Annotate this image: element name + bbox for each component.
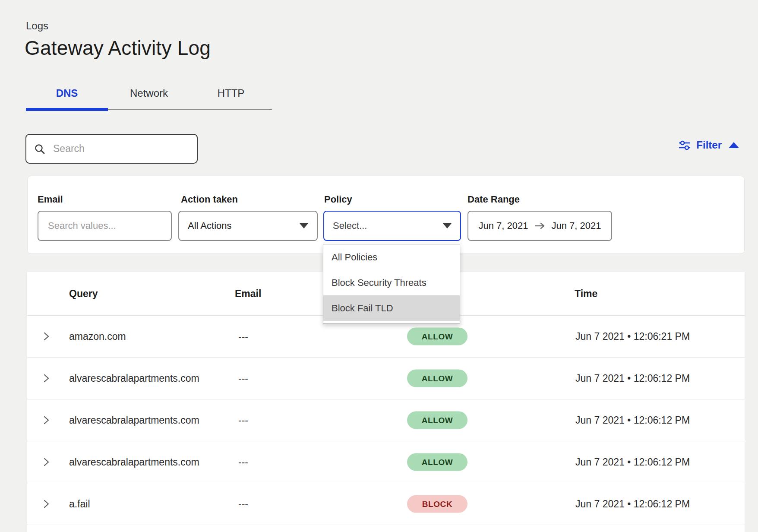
email-cell: --- — [238, 316, 248, 357]
chevron-down-icon — [300, 223, 308, 228]
table-row[interactable]: alvarescabralapartments.com --- ALLOW Ju… — [27, 441, 745, 483]
query-cell: alvarescabralapartments.com — [69, 441, 199, 483]
daterange-start: Jun 7, 2021 — [479, 220, 528, 231]
row-expand-chevron-icon[interactable] — [41, 332, 51, 341]
action-badge: ALLOW — [407, 370, 467, 387]
row-expand-chevron-icon[interactable] — [41, 457, 51, 467]
action-badge: ALLOW — [407, 328, 467, 345]
action-badge: ALLOW — [407, 412, 467, 429]
time-cell: Jun 7 2021 • 12:06:12 PM — [575, 358, 690, 399]
action-badge: ALLOW — [407, 453, 467, 471]
chevron-down-icon — [443, 223, 452, 228]
daterange-filter-box[interactable]: Jun 7, 2021 Jun 7, 2021 — [467, 211, 612, 241]
action-badge: BLOCK — [407, 495, 467, 513]
search-icon — [34, 143, 45, 155]
policy-dropdown-menu: All Policies Block Security Threats Bloc… — [323, 244, 460, 324]
time-cell: Jun 7 2021 • 12:06:12 PM — [575, 441, 690, 483]
column-header-time: Time — [575, 272, 597, 315]
time-cell: Jun 7 2021 • 12:06:21 PM — [575, 316, 690, 357]
query-cell: alvarescabralapartments.com — [69, 399, 199, 441]
arrow-right-icon — [534, 222, 546, 230]
filter-toggle[interactable]: Filter — [678, 139, 739, 151]
policy-filter-value: Select... — [333, 220, 367, 231]
filter-toggle-label: Filter — [696, 139, 722, 151]
filter-panel: Email Action taken All Actions Policy Se… — [27, 176, 745, 254]
row-expand-chevron-icon[interactable] — [41, 374, 51, 383]
column-header-email: Email — [235, 272, 261, 315]
row-expand-chevron-icon[interactable] — [41, 499, 51, 509]
sliders-icon — [678, 139, 691, 151]
page-title: Gateway Activity Log — [25, 36, 211, 60]
table-row[interactable]: a.fail --- BLOCK Jun 7 2021 • 12:06:12 P… — [27, 483, 745, 525]
table-row[interactable]: alvarescabralapartments.com --- ALLOW Ju… — [27, 358, 745, 399]
time-cell: Jun 7 2021 • 12:06:12 PM — [575, 483, 690, 525]
email-cell: --- — [238, 441, 248, 483]
policy-filter-select[interactable]: Select... — [323, 211, 461, 241]
query-cell: amazon.com — [69, 316, 126, 357]
collapse-triangle-icon — [729, 142, 739, 148]
query-cell: alvarescabralapartments.com — [69, 358, 199, 399]
search-input[interactable] — [52, 142, 189, 155]
column-header-query: Query — [69, 272, 98, 315]
log-type-tabs: DNS Network HTTP — [26, 81, 272, 110]
row-expand-chevron-icon[interactable] — [41, 415, 51, 425]
policy-filter-label: Policy — [324, 194, 352, 205]
policy-option-block-security-threats[interactable]: Block Security Threats — [323, 270, 460, 295]
email-cell: --- — [238, 483, 248, 525]
query-cell: a.fail — [69, 483, 90, 525]
policy-option-all-policies[interactable]: All Policies — [323, 244, 460, 270]
search-box — [25, 134, 198, 164]
tab-http[interactable]: HTTP — [190, 81, 272, 109]
email-cell: --- — [238, 399, 248, 441]
time-cell: Jun 7 2021 • 12:06:12 PM — [575, 399, 690, 441]
action-filter-select[interactable]: All Actions — [178, 211, 318, 241]
daterange-filter-label: Date Range — [467, 194, 520, 205]
email-filter-input[interactable] — [47, 220, 162, 232]
action-filter-value: All Actions — [188, 220, 232, 231]
tab-dns[interactable]: DNS — [26, 81, 108, 109]
email-filter-label: Email — [38, 194, 63, 205]
table-row[interactable]: alvarescabralapartments.com --- ALLOW Ju… — [27, 399, 745, 441]
email-filter-box — [38, 211, 172, 241]
tab-network[interactable]: Network — [108, 81, 190, 109]
action-filter-label: Action taken — [181, 194, 238, 205]
email-cell: --- — [238, 358, 248, 399]
breadcrumb[interactable]: Logs — [26, 20, 48, 32]
policy-option-block-fail-tld[interactable]: Block Fail TLD — [323, 295, 460, 321]
daterange-end: Jun 7, 2021 — [552, 220, 601, 231]
